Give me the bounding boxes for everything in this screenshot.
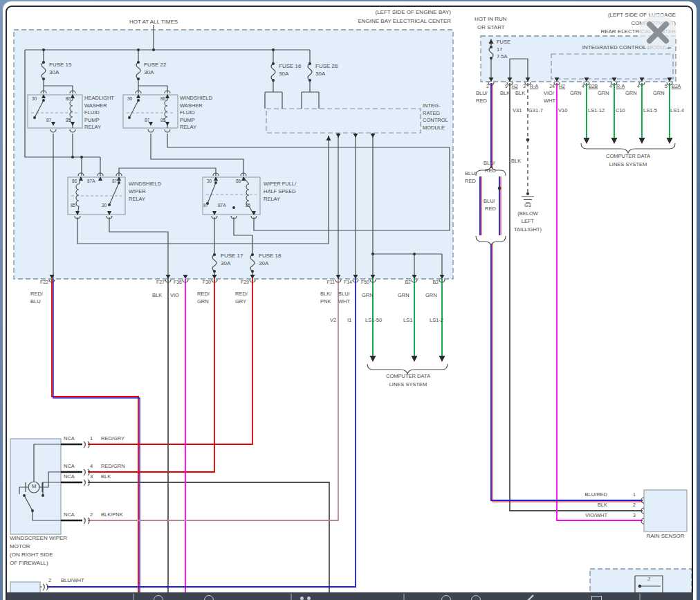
diagram-label: 9: [505, 84, 508, 89]
diagram-label: F14: [344, 280, 352, 284]
diagram-label: 3: [523, 84, 526, 89]
diagram-label: 30: [32, 97, 37, 102]
diagram-label: FUSE 22: [144, 62, 166, 68]
diagram-label: NCA: [64, 464, 75, 469]
engine-bay-electrical-center-box: [14, 30, 453, 279]
diagram-label: LEFT: [522, 219, 534, 224]
diagram-label: RELAY: [180, 125, 196, 130]
diagram-label: BLU/: [483, 161, 495, 166]
diagram-label: H2: [559, 84, 565, 89]
diagram-label: J: [647, 576, 650, 581]
rain-sensor-box: [644, 490, 687, 531]
diagram-label: R-A: [616, 84, 625, 89]
diagram-label: NCA: [64, 436, 75, 442]
diagram-label: WIPER: [129, 189, 146, 194]
diagram-label: TAILLIGHT): [514, 227, 542, 233]
diagram-label: 30: [102, 203, 107, 208]
diagram-label: LINES SYSTEM: [609, 162, 647, 167]
diagram-label: VIO/WHT: [585, 513, 607, 518]
diagram-label: COMPUTER DATA: [386, 374, 430, 379]
app-window: HOT AT ALL TIMES(LEFT SIDE OF ENGINE BAY…: [0, 0, 700, 600]
diagram-label: PUMP: [180, 118, 195, 123]
diagram-label: F50: [361, 280, 369, 284]
diagram-label: GRN: [598, 91, 609, 96]
diagram-label: GRN: [653, 91, 665, 96]
diagram-label: (BELOW: [517, 211, 538, 217]
diagram-label: BLK: [511, 158, 521, 164]
diagram-label: BLK: [598, 502, 607, 508]
diagram-label: BLU/: [476, 91, 488, 96]
diagram-label: 4: [90, 464, 93, 469]
wiring-diagram-canvas: HOT AT ALL TIMES(LEFT SIDE OF ENGINE BAY…: [0, 0, 700, 600]
diagram-label: 30A: [315, 71, 325, 77]
diagram-label: FUSE 17: [221, 253, 243, 259]
diagram-label: BLK: [152, 293, 162, 298]
diagram-label: BLK: [101, 474, 111, 480]
diagram-label: 1: [633, 492, 636, 497]
diagram-label: F36: [174, 280, 182, 284]
diagram-label: RED/: [235, 291, 248, 297]
diagram-label: 87: [46, 118, 51, 123]
diagram-label: OF FIREWALL): [10, 561, 48, 566]
diagram-label: BLK/PNK: [101, 512, 123, 518]
diagram-label: RELAY: [129, 197, 145, 202]
diagram-label: 2: [633, 502, 636, 507]
diagram-label: INTEG-: [423, 103, 440, 109]
diagram-label: LINES SYSTEM: [389, 382, 427, 388]
bottom-toolbar[interactable]: [7, 592, 693, 600]
diagram-label: 7.5A: [497, 54, 507, 60]
diagram-label: LS1-2: [430, 318, 443, 323]
diagram-label: RED: [476, 98, 487, 104]
diagram-label: VIO/: [544, 91, 554, 96]
diagram-label: MOTOR: [10, 544, 30, 549]
diagram-label: C10: [616, 108, 625, 113]
diagram-label: GRN: [197, 299, 209, 304]
diagram-label: FUSE 16: [279, 64, 301, 69]
diagram-label: HOT AT ALL TIMES: [129, 19, 178, 25]
diagram-label: 4: [582, 84, 584, 89]
toolbar-icon-fragment[interactable]: [471, 595, 481, 600]
toolbar-divider: [133, 594, 134, 600]
toolbar-icon-fragment[interactable]: [154, 595, 163, 600]
diagram-label: LS1: [403, 318, 412, 323]
diagram-label: 85: [71, 203, 75, 208]
diagram-label: 85: [66, 118, 71, 123]
diagram-label: NCA: [64, 474, 75, 480]
diagram-label: RED/: [30, 291, 43, 297]
diagram-label: FUSE 18: [259, 253, 281, 259]
diagram-label: 4: [609, 84, 612, 89]
diagram-label: 24: [549, 84, 555, 89]
diagram-label: F22: [40, 280, 48, 284]
close-button[interactable]: [639, 14, 676, 51]
diagram-label: 2: [48, 578, 51, 583]
diagram-label: 85: [160, 118, 165, 123]
diagram-label: (LEFT SIDE OF ENGINE BAY): [376, 10, 452, 15]
diagram-label: 85: [246, 203, 250, 208]
diagram-label: 30A: [144, 70, 154, 75]
diagram-label: 2: [486, 84, 489, 89]
toolbar-icon-fragment[interactable]: [307, 597, 311, 600]
toolbar-icon-fragment[interactable]: [591, 596, 602, 600]
diagram-label: G31-7: [528, 108, 543, 113]
toolbar-divider: [403, 594, 405, 600]
diagram-label: 86: [236, 179, 241, 184]
toolbar-icon-fragment[interactable]: [526, 594, 534, 600]
diagram-label: 87: [145, 118, 149, 123]
diagram-label: 87: [112, 179, 117, 184]
diagram-label: BLK/: [320, 291, 331, 297]
toolbar-icon-fragment[interactable]: [204, 595, 214, 600]
diagram-label: MODULE: [423, 125, 445, 131]
diagram-label: (ON RIGHT SIDE: [10, 552, 53, 558]
diagram-label: F30: [203, 280, 211, 284]
diagram-label: 1: [90, 436, 93, 442]
diagram-label: GRN: [570, 91, 582, 96]
diagram-label: 86: [66, 97, 71, 102]
diagram-label: RATED: [423, 111, 440, 116]
diagram-label: WINDSHIELD: [180, 96, 212, 101]
motor-connector-stubs: [61, 444, 82, 520]
toolbar-icon-fragment[interactable]: [300, 597, 304, 600]
diagram-label: FUSE 26: [315, 64, 338, 69]
toolbar-icon-fragment[interactable]: [441, 595, 451, 600]
toolbar-divider: [291, 594, 292, 600]
diagram-label: 4: [637, 84, 640, 89]
